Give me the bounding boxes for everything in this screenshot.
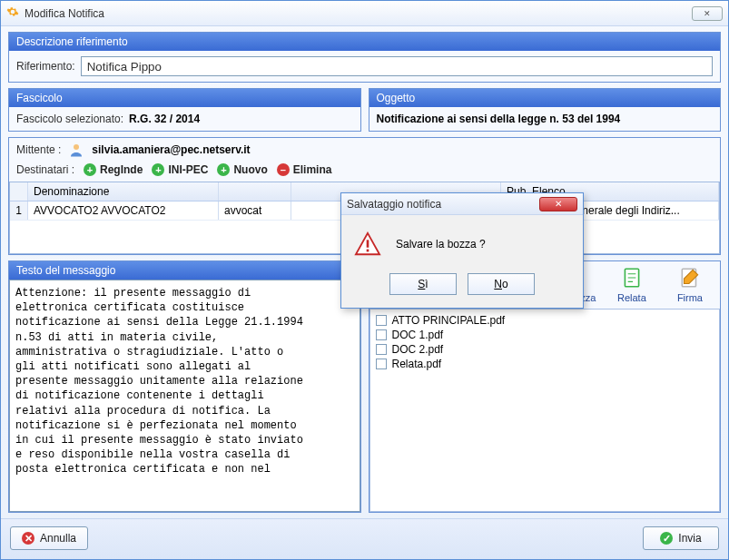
descrizione-panel: Descrizione riferimento Riferimento: (8, 32, 721, 83)
list-item[interactable]: DOC 2.pdf (372, 342, 718, 357)
window-close-button[interactable]: ✕ (692, 6, 723, 21)
file-list[interactable]: ATTO PRINCIPALE.pdf DOC 1.pdf DOC 2.pdf … (369, 309, 721, 512)
dialog-yes-button[interactable]: Sì (389, 273, 457, 295)
titlebar: Modifica Notifica ✕ (1, 1, 728, 26)
plus-icon: + (152, 163, 164, 176)
warning-icon (354, 231, 381, 257)
riferimento-input[interactable] (81, 56, 713, 76)
message-textarea[interactable]: Attenzione: il presente messaggio di ele… (9, 280, 360, 512)
descrizione-header: Descrizione riferimento (9, 33, 720, 51)
annulla-button[interactable]: ✕ Annulla (10, 526, 88, 550)
person-icon (68, 142, 84, 158)
row-num: 1 (10, 201, 28, 220)
file-checkbox[interactable] (376, 344, 387, 355)
row-pec: avvocat (219, 201, 291, 220)
file-checkbox[interactable] (376, 359, 387, 369)
row-denominazione: AVVOCATO2 AVVOCATO2 (28, 201, 219, 220)
plus-icon: + (84, 163, 96, 176)
gear-icon (6, 5, 19, 21)
invia-button[interactable]: ✓ Invia (643, 526, 719, 550)
ok-icon: ✓ (660, 532, 673, 545)
fascicolo-panel: Fascicolo Fascicolo selezionato: R.G. 32… (8, 88, 361, 132)
svg-rect-11 (367, 240, 369, 247)
dialog-message: Salvare la bozza ? (396, 238, 486, 251)
nuovo-button[interactable]: +Nuovo (217, 163, 267, 176)
mittente-value: silvia.amaniera@pec.netserv.it (92, 143, 250, 156)
oggetto-value: Notificazione ai sensi della legge n. 53… (377, 113, 621, 125)
grid-header-denominazione: Denominazione (28, 182, 219, 201)
minus-icon: – (277, 163, 290, 176)
mittente-label: Mittente : (16, 143, 61, 156)
fascicolo-value: R.G. 32 / 2014 (129, 113, 200, 125)
fascicolo-label: Fascicolo selezionato: (16, 113, 123, 125)
plus-icon: + (217, 163, 230, 176)
message-header: Testo del messaggio (9, 261, 360, 280)
grid-header-pec (219, 182, 291, 201)
dialog-no-button[interactable]: No (468, 273, 535, 295)
relata-icon (619, 265, 645, 290)
cancel-icon: ✕ (22, 532, 34, 545)
window-title: Modifica Notifica (25, 7, 686, 20)
file-checkbox[interactable] (376, 329, 387, 340)
oggetto-header: Oggetto (369, 89, 721, 107)
footer: ✕ Annulla ✓ Invia (1, 518, 728, 559)
svg-rect-12 (367, 250, 369, 252)
reginde-button[interactable]: +RegInde (84, 163, 143, 176)
message-panel: Testo del messaggio Attenzione: il prese… (8, 260, 361, 513)
inipec-button[interactable]: +INI-PEC (152, 163, 208, 176)
fascicolo-header: Fascicolo (9, 89, 360, 107)
oggetto-panel: Oggetto Notificazione ai sensi della leg… (369, 88, 722, 132)
save-dialog: Salvataggio notifica ✕ Salvare la bozza … (340, 192, 584, 309)
destinatari-label: Destinatari : (16, 163, 74, 176)
dialog-title: Salvataggio notifica (347, 198, 441, 211)
list-item[interactable]: ATTO PRINCIPALE.pdf (372, 313, 718, 328)
file-checkbox[interactable] (376, 315, 387, 326)
elimina-dest-button[interactable]: –Elimina (277, 163, 332, 176)
riferimento-label: Riferimento: (16, 60, 75, 73)
sign-icon (677, 265, 703, 290)
dialog-close-button[interactable]: ✕ (539, 197, 577, 211)
grid-header-num (10, 182, 28, 201)
relata-button[interactable]: Relata (609, 265, 655, 303)
list-item[interactable]: Relata.pdf (372, 357, 718, 371)
firma-button[interactable]: Firma (667, 265, 713, 303)
list-item[interactable]: DOC 1.pdf (372, 328, 718, 342)
svg-point-0 (74, 144, 79, 150)
